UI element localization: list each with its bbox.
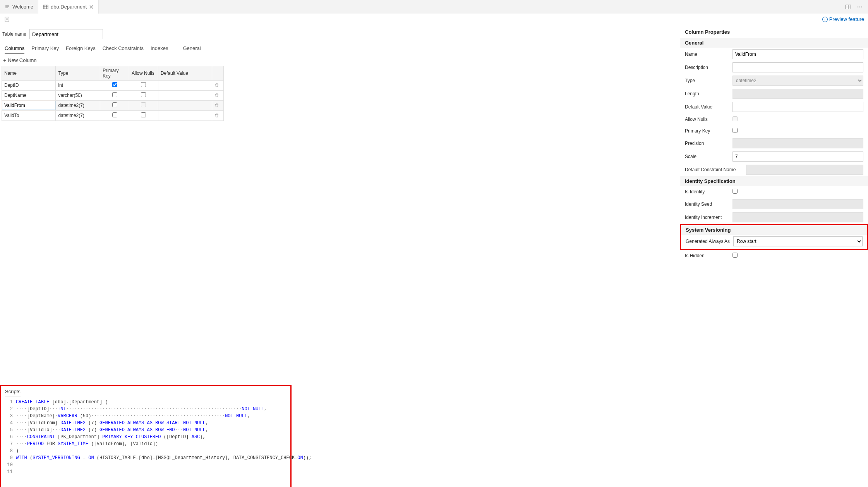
scripts-panel-title: Scripts xyxy=(5,389,21,396)
cell-name[interactable]: DeptName xyxy=(2,90,56,100)
designer-toolbar: i Preview feature xyxy=(0,14,868,25)
split-editor-icon[interactable] xyxy=(845,3,852,10)
cell-name[interactable] xyxy=(2,100,56,110)
tab-welcome[interactable]: Welcome xyxy=(0,0,38,14)
cell-default[interactable] xyxy=(158,80,212,90)
preview-feature-label: Preview feature xyxy=(829,16,864,22)
tab-department[interactable]: dbo.Department xyxy=(38,0,99,14)
tab-department-label: dbo.Department xyxy=(51,4,87,10)
tab-primary-key[interactable]: Primary Key xyxy=(31,43,59,54)
cell-default[interactable] xyxy=(158,110,212,120)
new-column-button[interactable]: + New Column xyxy=(3,57,37,63)
label-identity-increment: Identity Increment xyxy=(685,215,729,220)
header-default-value: Default Value xyxy=(158,66,212,80)
trash-icon[interactable] xyxy=(214,113,221,118)
select-type: datetime2 xyxy=(732,76,863,86)
table-row[interactable]: ValidTo datetime2(7) xyxy=(2,110,224,120)
tab-check-constraints[interactable]: Check Constraints xyxy=(103,43,144,54)
system-versioning-highlight: System Versioning Generated Always As Ro… xyxy=(680,224,868,250)
label-default-constraint: Default Constraint Name xyxy=(685,167,743,172)
header-name: Name xyxy=(2,66,56,80)
table-name-input[interactable] xyxy=(29,29,103,39)
input-length xyxy=(732,89,863,99)
cell-pk-checkbox[interactable] xyxy=(112,112,117,117)
cell-name[interactable]: DeptID xyxy=(2,80,56,90)
more-actions-icon[interactable] xyxy=(856,3,863,10)
properties-pane: Column Properties General Name Descripti… xyxy=(680,25,868,487)
input-precision xyxy=(732,138,863,148)
cell-nulls-checkbox[interactable] xyxy=(141,92,146,97)
label-scale: Scale xyxy=(685,154,729,159)
cell-name[interactable]: ValidTo xyxy=(2,110,56,120)
label-is-hidden: Is Hidden xyxy=(685,253,729,258)
welcome-icon xyxy=(5,4,10,10)
input-scale[interactable] xyxy=(732,151,863,162)
table-row[interactable]: datetime2(7) xyxy=(2,100,224,110)
tab-general[interactable]: General xyxy=(183,43,201,54)
cell-nulls-checkbox[interactable] xyxy=(141,82,146,87)
svg-rect-0 xyxy=(43,5,48,9)
preview-feature-link[interactable]: i Preview feature xyxy=(822,16,864,22)
trash-icon[interactable] xyxy=(214,83,221,88)
cell-pk-checkbox[interactable] xyxy=(112,92,117,97)
svg-point-7 xyxy=(859,6,860,7)
plus-icon: + xyxy=(3,58,6,63)
checkbox-is-identity[interactable] xyxy=(732,189,738,194)
tab-foreign-keys[interactable]: Foreign Keys xyxy=(66,43,96,54)
close-icon[interactable] xyxy=(89,5,94,9)
cell-pk-checkbox[interactable] xyxy=(112,102,117,107)
input-default-constraint xyxy=(746,165,863,175)
label-type: Type xyxy=(685,78,729,83)
select-generated-always[interactable]: Row start xyxy=(733,236,863,246)
cell-nulls-checkbox[interactable] xyxy=(141,112,146,117)
label-default-value: Default Value xyxy=(685,104,729,110)
info-icon: i xyxy=(822,17,828,22)
cell-pk-checkbox[interactable] xyxy=(112,82,117,87)
script-icon[interactable] xyxy=(4,16,10,22)
trash-icon[interactable] xyxy=(214,103,221,108)
tab-indexes[interactable]: Indexes xyxy=(151,43,168,54)
cell-type[interactable]: int xyxy=(56,80,100,90)
cell-nulls-checkbox xyxy=(141,102,146,107)
script-editor[interactable]: 1CREATE TABLE [dbo].[Department] (2····[… xyxy=(5,399,286,475)
label-precision: Precision xyxy=(685,141,729,146)
header-allow-nulls: Allow Nulls xyxy=(129,66,158,80)
input-identity-increment xyxy=(732,212,863,222)
table-row[interactable]: DeptName varchar(50) xyxy=(2,90,224,100)
table-row[interactable]: DeptID int xyxy=(2,80,224,90)
cell-default[interactable] xyxy=(158,90,212,100)
tab-columns[interactable]: Columns xyxy=(5,43,24,54)
svg-point-8 xyxy=(861,6,862,7)
input-identity-seed xyxy=(732,199,863,209)
svg-point-6 xyxy=(858,6,858,7)
trash-icon[interactable] xyxy=(214,93,221,98)
cell-type[interactable]: varchar(50) xyxy=(56,90,100,100)
cell-type[interactable]: datetime2(7) xyxy=(56,110,100,120)
cell-default[interactable] xyxy=(158,100,212,110)
cell-type[interactable]: datetime2(7) xyxy=(56,100,100,110)
header-type: Type xyxy=(56,66,100,80)
cell-name-input[interactable] xyxy=(2,101,55,110)
new-column-label: New Column xyxy=(8,57,36,63)
input-name[interactable] xyxy=(732,49,863,59)
checkbox-primary-key[interactable] xyxy=(732,128,738,133)
label-name: Name xyxy=(685,52,729,57)
table-name-label: Table name xyxy=(2,31,26,37)
input-description[interactable] xyxy=(732,62,863,72)
tab-bar: Welcome dbo.Department xyxy=(0,0,868,14)
columns-grid: Name Type Primary Key Allow Nulls Defaul… xyxy=(2,66,224,121)
table-icon xyxy=(43,4,48,10)
label-is-identity: Is Identity xyxy=(685,189,729,194)
label-identity-seed: Identity Seed xyxy=(685,201,729,207)
scripts-panel: Scripts 1CREATE TABLE [dbo].[Department]… xyxy=(0,385,292,487)
label-primary-key: Primary Key xyxy=(685,128,729,134)
section-general: General xyxy=(680,38,868,48)
input-default-value[interactable] xyxy=(732,102,863,112)
label-length: Length xyxy=(685,91,729,96)
checkbox-allow-nulls xyxy=(732,116,738,121)
tab-welcome-label: Welcome xyxy=(12,4,33,10)
label-allow-nulls: Allow Nulls xyxy=(685,117,729,122)
checkbox-is-hidden[interactable] xyxy=(732,253,738,258)
designer-sub-tabs: Columns Primary Key Foreign Keys Check C… xyxy=(0,41,680,54)
header-primary-key: Primary Key xyxy=(100,66,129,80)
